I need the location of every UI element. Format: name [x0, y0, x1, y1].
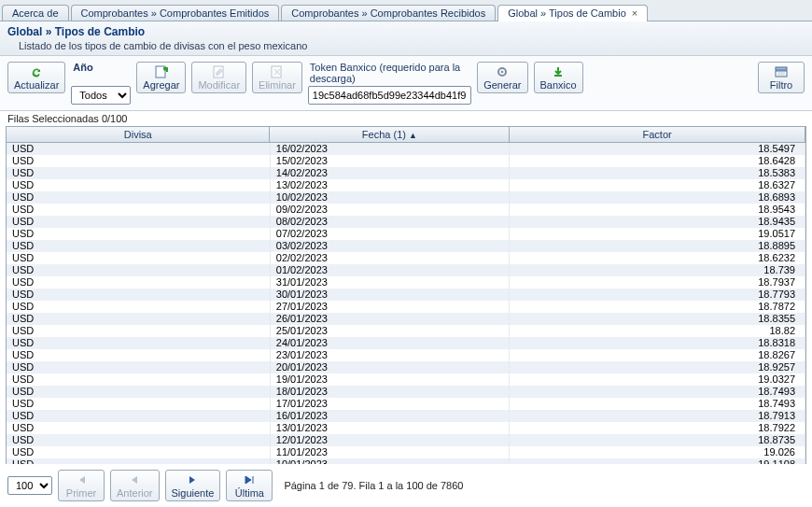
- edit-label: Modificar: [198, 79, 240, 91]
- table-row[interactable]: USD19/01/202319.0327: [7, 373, 805, 386]
- filter-button[interactable]: Filtro: [758, 62, 805, 93]
- next-page-button[interactable]: Siguiente: [165, 470, 221, 501]
- filter-icon: [775, 64, 788, 79]
- table-row[interactable]: USD08/02/202318.9435: [7, 216, 805, 228]
- col-factor[interactable]: Factor: [510, 127, 805, 142]
- banxico-label: Banxico: [540, 79, 577, 91]
- filter-label: Filtro: [770, 79, 792, 91]
- delete-icon: [271, 64, 284, 79]
- svg-point-4: [501, 71, 504, 74]
- first-page-button[interactable]: Primer: [58, 470, 105, 501]
- delete-label: Eliminar: [259, 79, 296, 91]
- table-row[interactable]: USD02/02/202318.6232: [7, 252, 805, 264]
- col-divisa[interactable]: Divisa: [7, 127, 270, 142]
- page-size-select[interactable]: 100: [7, 476, 52, 495]
- tab-1[interactable]: Comprobantes » Comprobantes Emitidos: [71, 5, 280, 21]
- table-row[interactable]: USD24/01/202318.8318: [7, 337, 805, 349]
- tab-3[interactable]: Global » Tipos de Cambio×: [497, 5, 648, 21]
- table-row[interactable]: USD10/02/202318.6893: [7, 191, 805, 204]
- edit-button[interactable]: Modificar: [191, 62, 246, 93]
- table-row[interactable]: USD16/01/202318.7913: [7, 410, 805, 422]
- tab-bar: Acerca deComprobantes » Comprobantes Emi…: [0, 0, 812, 21]
- page-title: Global » Tipos de Cambio: [7, 25, 805, 38]
- delete-button[interactable]: Eliminar: [252, 62, 302, 93]
- pager-info: Página 1 de 79. Fila 1 a la 100 de 7860: [284, 480, 463, 491]
- generate-button[interactable]: Generar: [477, 62, 527, 93]
- table-row[interactable]: USD27/01/202318.7872: [7, 301, 805, 313]
- table-row[interactable]: USD09/02/202318.9543: [7, 204, 805, 216]
- tab-2[interactable]: Comprobantes » Comprobantes Recibidos: [281, 5, 496, 21]
- page-header: Global » Tipos de Cambio Listado de los …: [0, 21, 812, 56]
- refresh-button[interactable]: Actualizar: [7, 62, 65, 93]
- add-icon: [155, 64, 168, 79]
- table-row[interactable]: USD20/01/202318.9257: [7, 361, 805, 373]
- svg-rect-5: [776, 67, 787, 70]
- selection-info: Filas Seleccionadas 0/100: [0, 111, 812, 126]
- table-row[interactable]: USD12/01/202318.8735: [7, 434, 805, 446]
- table-row[interactable]: USD14/02/202318.5383: [7, 167, 805, 179]
- token-label: Token Banxico (requerido para la descarg…: [308, 62, 471, 86]
- year-group: Año Todos: [71, 62, 131, 105]
- last-page-button[interactable]: Última: [226, 470, 273, 501]
- prev-icon: [130, 472, 139, 487]
- table-row[interactable]: USD11/01/202319.026: [7, 446, 805, 458]
- page-subtitle: Listado de los tipos de cambio de divisa…: [7, 38, 805, 51]
- close-icon[interactable]: ×: [632, 7, 637, 19]
- token-input[interactable]: [308, 86, 471, 105]
- sort-asc-icon: ▲: [409, 131, 417, 140]
- refresh-icon: [29, 64, 44, 79]
- next-icon: [188, 472, 197, 487]
- table-row[interactable]: USD16/02/202318.5497: [7, 143, 805, 155]
- pager: 100 Primer Anterior Siguiente Última Pág…: [0, 464, 812, 507]
- toolbar: Actualizar Año Todos Agregar Modificar E…: [0, 56, 812, 111]
- prev-page-button[interactable]: Anterior: [110, 470, 160, 501]
- table-row[interactable]: USD01/02/202318.739: [7, 264, 805, 276]
- table-row[interactable]: USD13/02/202318.6327: [7, 179, 805, 191]
- table-row[interactable]: USD23/01/202318.8267: [7, 349, 805, 361]
- table-row[interactable]: USD13/01/202318.7922: [7, 422, 805, 434]
- gear-icon: [496, 64, 509, 79]
- grid-scroll[interactable]: USD16/02/202318.5497USD15/02/202318.6428…: [7, 143, 805, 469]
- table-row[interactable]: USD15/02/202318.6428: [7, 155, 805, 167]
- edit-icon: [213, 64, 226, 79]
- col-fecha[interactable]: Fecha (1)▲: [270, 127, 510, 142]
- add-label: Agregar: [143, 79, 179, 91]
- year-label: Año: [71, 62, 131, 75]
- table-row[interactable]: USD31/01/202318.7937: [7, 276, 805, 289]
- banxico-button[interactable]: Banxico: [534, 62, 583, 93]
- grid-header: Divisa Fecha (1)▲ Factor: [7, 127, 805, 143]
- tab-0[interactable]: Acerca de: [2, 5, 69, 21]
- first-icon: [76, 472, 87, 487]
- table-row[interactable]: USD17/01/202318.7493: [7, 398, 805, 410]
- table-row[interactable]: USD18/01/202318.7493: [7, 386, 805, 398]
- table-row[interactable]: USD07/02/202319.0517: [7, 228, 805, 240]
- data-grid: Divisa Fecha (1)▲ Factor USD16/02/202318…: [6, 126, 806, 470]
- table-row[interactable]: USD26/01/202318.8355: [7, 313, 805, 325]
- table-row[interactable]: USD30/01/202318.7793: [7, 289, 805, 301]
- add-button[interactable]: Agregar: [136, 62, 186, 93]
- table-row[interactable]: USD03/02/202318.8895: [7, 240, 805, 252]
- download-icon: [552, 64, 565, 79]
- token-group: Token Banxico (requerido para la descarg…: [308, 62, 471, 105]
- svg-rect-6: [776, 71, 787, 77]
- last-icon: [244, 472, 255, 487]
- generate-label: Generar: [483, 79, 521, 91]
- table-row[interactable]: USD25/01/202318.82: [7, 325, 805, 337]
- refresh-label: Actualizar: [14, 79, 59, 91]
- year-select[interactable]: Todos: [71, 86, 131, 105]
